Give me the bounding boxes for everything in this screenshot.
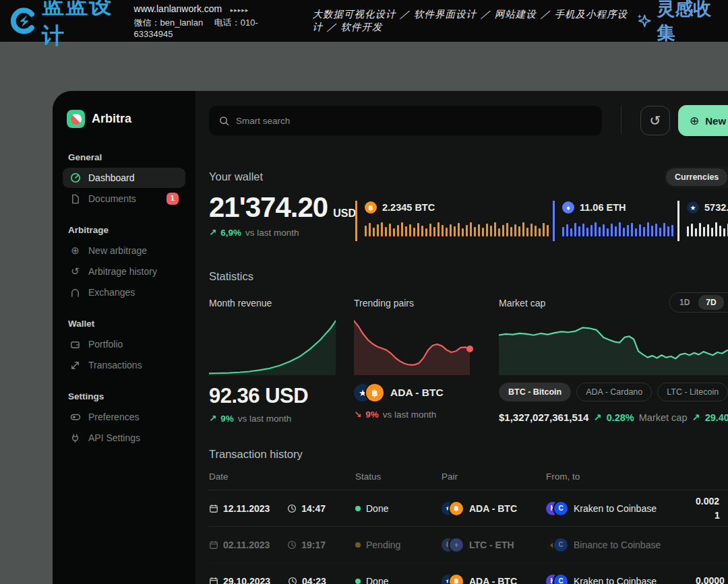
- site-url[interactable]: www.lanlanwork.com: [134, 3, 222, 14]
- tx-amount: 0.0000: [681, 574, 728, 584]
- holding-eth: ♦ 11.06 ETH: [553, 201, 674, 241]
- arch-icon: [69, 288, 81, 298]
- table-row[interactable]: 29.10.2023 04:23 Done ★ ฿ A: [209, 563, 728, 584]
- table-row[interactable]: 02.11.2023 19:17 Pending Ł ♦: [209, 527, 728, 563]
- sidebar-item-new-arbitrage[interactable]: ⊕ New arbitrage: [63, 240, 185, 261]
- pair-icons: Ł ♦: [442, 538, 463, 552]
- app-title: Arbitra: [92, 112, 131, 126]
- eth-icon: ♦: [450, 538, 463, 552]
- search-icon: [219, 116, 229, 126]
- range-7d[interactable]: 7D: [698, 295, 723, 310]
- transfer-arrows-icon: [69, 360, 81, 370]
- market-cap-value: $1,327,027,361,514: [499, 412, 588, 423]
- plus-circle-icon: ⊕: [690, 114, 699, 128]
- search-input[interactable]: [236, 116, 592, 126]
- wallet-icon: [69, 339, 81, 350]
- new-arbitrage-button[interactable]: ⊕ New arbitrage: [678, 105, 728, 136]
- sidebar-item-transactions[interactable]: Transactions: [63, 355, 185, 375]
- trending-change-value: 9%: [365, 410, 379, 420]
- eth-amount: 11.06 ETH: [580, 202, 626, 213]
- trending-pairs-label: Trending pairs: [354, 298, 499, 309]
- month-revenue-change-value: 9%: [220, 414, 234, 424]
- tx-pair: LTC - ETH: [469, 540, 514, 550]
- pair-icons: ★ ฿: [354, 384, 384, 401]
- status-dot-done: [355, 579, 361, 584]
- range-toggle: 1D 7D 1M: [669, 292, 728, 313]
- sidebar-item-portfolio[interactable]: Portfolio: [63, 334, 185, 354]
- pill-btc-bitcoin[interactable]: BTC - Bitcoin: [499, 383, 571, 401]
- nav-section-label: Settings: [68, 391, 185, 401]
- sidebar-item-label: Exchanges: [88, 287, 135, 298]
- clock-icon: [287, 540, 297, 550]
- tx-time: 19:17: [301, 540, 326, 550]
- sidebar-item-preferences[interactable]: Preferences: [63, 407, 185, 427]
- file-icon: [69, 194, 81, 204]
- pill-ltc-litecoin[interactable]: LTC - Litecoin: [657, 383, 728, 401]
- btc-amount: 2.2345 BTC: [382, 202, 435, 213]
- search-box[interactable]: [209, 106, 602, 135]
- tx-date: 02.11.2023: [223, 540, 270, 550]
- ada-sparkline: [687, 220, 728, 236]
- market-cap-stats: $1,327,027,361,514 ↗ 0.28% Market cap ↗ …: [499, 412, 728, 423]
- wallet-change-suffix: vs last month: [245, 228, 299, 238]
- nav-section-label: General: [68, 152, 185, 162]
- tx-from-to: Kraken to Coinbase: [574, 576, 657, 584]
- sidebar-item-label: API Settings: [88, 432, 140, 443]
- clock-icon: [287, 504, 297, 513]
- month-revenue-card: Month revenue 92.36 USD ↗ 9% vs last mon…: [209, 298, 354, 424]
- sidebar-item-label: Portfolio: [88, 339, 123, 350]
- wallet-total-currency: USD: [333, 207, 356, 219]
- range-1m[interactable]: 1M: [725, 295, 728, 310]
- lanlan-logo-text: 蓝蓝设计: [42, 0, 120, 51]
- pill-ada-cardano[interactable]: ADA - Cardano: [576, 383, 652, 401]
- sidebar: Arbitra General Dashboard Documents 1: [53, 91, 195, 584]
- nav-section-general: General Dashboard Documents 1: [63, 152, 185, 209]
- statistics-section: Statistics Month revenue 92.36 USD ↗ 9% …: [209, 270, 728, 424]
- sidebar-item-label: Documents: [88, 193, 136, 204]
- trending-pairs-card: Trending pairs ★ ฿ ADA - BTC ↘: [354, 298, 499, 424]
- transaction-history-title: Transaction history: [209, 448, 728, 461]
- range-1d[interactable]: 1D: [672, 295, 697, 310]
- market-cap-chart: [499, 318, 728, 375]
- app-logo[interactable]: Arbitra: [67, 110, 185, 128]
- holding-ada: ★ 5732.61 ADA: [677, 201, 728, 241]
- tab-currencies[interactable]: Currencies: [666, 168, 727, 186]
- market-cap-change-label: Market cap: [639, 412, 688, 423]
- market-pills: BTC - Bitcoin ADA - Cardano LTC - Liteco…: [499, 383, 728, 401]
- coinbase-icon: C: [554, 575, 568, 584]
- sidebar-item-arbitrage-history[interactable]: ↺ Arbitrage history: [63, 261, 185, 282]
- trending-change-suffix: vs last month: [383, 410, 437, 420]
- tx-pair: ADA - BTC: [469, 503, 517, 514]
- sidebar-item-label: Transactions: [88, 360, 142, 370]
- site-header: 蓝蓝设计 www.lanlanwork.com ▸▸▸▸▸ 微信：ben_lan…: [0, 0, 728, 42]
- volume-change: 29.40%: [705, 412, 728, 423]
- inspiration-collect[interactable]: 灵感收集: [636, 0, 717, 45]
- market-cap-card: Market cap 1D 7D 1M BTC - Bitcoin ADA - …: [499, 298, 728, 424]
- tx-date: 12.11.2023: [223, 503, 270, 514]
- lanlan-logo[interactable]: 蓝蓝设计: [11, 0, 121, 51]
- trend-up-arrow-icon: ↗: [209, 413, 216, 424]
- trend-up-arrow-icon: ↗: [692, 412, 700, 423]
- history-icon: ↺: [69, 265, 81, 278]
- clock-icon: [288, 577, 297, 584]
- plug-icon: [69, 433, 81, 443]
- tx-time: 04:23: [302, 576, 326, 584]
- pair-icons: ★ ฿: [442, 502, 463, 515]
- plus-circle-icon: ⊕: [69, 245, 81, 257]
- transaction-history-section: Transaction history Date Status Pair Fro…: [209, 448, 728, 584]
- wechat-phone: 微信：ben_lanlan 电话：010-63334945: [134, 18, 271, 40]
- wallet-tabs: Currencies Exchanges: [664, 166, 728, 188]
- sidebar-item-exchanges[interactable]: Exchanges: [63, 282, 185, 302]
- trending-pair: ★ ฿ ADA - BTC: [354, 384, 499, 401]
- main-content: ↺ ⊕ New arbitrage Your wallet Currencies…: [195, 91, 728, 584]
- topbar: ↺ ⊕ New arbitrage: [209, 106, 728, 135]
- tx-time: 14:47: [301, 503, 326, 514]
- market-cap-change: 0.28%: [607, 412, 634, 423]
- history-button[interactable]: ↺: [640, 106, 670, 135]
- gauge-icon: [69, 172, 81, 183]
- sidebar-item-documents[interactable]: Documents 1: [63, 189, 185, 209]
- sidebar-item-api-settings[interactable]: API Settings: [63, 428, 185, 448]
- sidebar-item-dashboard[interactable]: Dashboard: [63, 168, 185, 188]
- exchange-icons: K C: [546, 502, 568, 515]
- table-row[interactable]: 12.11.2023 14:47 Done ★ ฿ A: [209, 490, 728, 527]
